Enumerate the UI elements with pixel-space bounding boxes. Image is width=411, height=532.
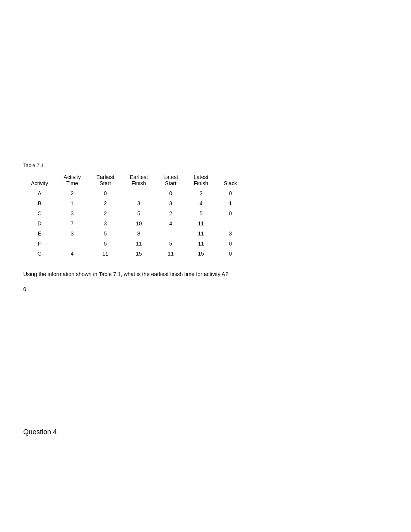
cell-time — [56, 239, 88, 249]
cell-slack — [216, 218, 245, 228]
table-row: E358113 — [23, 228, 245, 239]
cell-slack: 0 — [216, 249, 245, 259]
col-header-latest-start: LatestStart — [156, 172, 186, 188]
table-row: B123341 — [23, 198, 245, 208]
cell-latest_start: 11 — [156, 249, 186, 259]
table-row: F5115110 — [23, 239, 245, 249]
cell-latest_finish: 4 — [186, 198, 216, 208]
cell-earliest_start: 2 — [89, 198, 122, 208]
cell-activity: E — [23, 228, 56, 239]
cell-earliest_finish: 15 — [122, 249, 156, 259]
cell-activity: F — [23, 239, 56, 249]
question-text: Using the information shown in Table 7.1… — [23, 270, 388, 278]
cell-earliest_finish — [122, 188, 156, 198]
cell-time: 3 — [56, 228, 88, 239]
cell-latest_start: 5 — [156, 239, 186, 249]
cell-latest_finish: 11 — [186, 218, 216, 228]
question-footer: Question 4 — [23, 424, 388, 436]
cell-latest_finish: 11 — [186, 228, 216, 239]
cell-earliest_finish: 3 — [122, 198, 156, 208]
answer-text: 0 — [23, 286, 388, 292]
col-header-activity: Activity — [23, 172, 56, 188]
table-row: A20020 — [23, 188, 245, 198]
cell-latest_finish: 15 — [186, 249, 216, 259]
table-row: D7310411 — [23, 218, 245, 228]
cell-earliest_finish: 10 — [122, 218, 156, 228]
cell-earliest_start: 0 — [89, 188, 122, 198]
col-header-earliest-finish: EarliestFinish — [122, 172, 156, 188]
cell-earliest_finish: 5 — [122, 208, 156, 218]
cell-earliest_start: 2 — [89, 208, 122, 218]
cell-slack: 1 — [216, 198, 245, 208]
table-row: G4111511150 — [23, 249, 245, 259]
cell-slack: 0 — [216, 188, 245, 198]
cell-activity: A — [23, 188, 56, 198]
cell-activity: D — [23, 218, 56, 228]
cell-earliest_finish: 11 — [122, 239, 156, 249]
cell-time: 1 — [56, 198, 88, 208]
table-row: C325250 — [23, 208, 245, 218]
section-divider — [23, 420, 388, 420]
table-label: Table 7.1 — [23, 162, 388, 168]
cell-earliest_start: 5 — [89, 239, 122, 249]
cell-slack: 0 — [216, 208, 245, 218]
cell-latest_finish: 5 — [186, 208, 216, 218]
cell-time: 3 — [56, 208, 88, 218]
cell-earliest_start: 11 — [89, 249, 122, 259]
cell-activity: G — [23, 249, 56, 259]
cell-time: 4 — [56, 249, 88, 259]
cell-latest_finish: 11 — [186, 239, 216, 249]
cell-slack: 0 — [216, 239, 245, 249]
col-header-activity-time: ActivityTime — [56, 172, 88, 188]
cell-latest_start: 3 — [156, 198, 186, 208]
cell-latest_start — [156, 228, 186, 239]
cell-earliest_start: 5 — [89, 228, 122, 239]
col-header-slack: Slack — [216, 172, 245, 188]
cell-time: 7 — [56, 218, 88, 228]
cell-earliest_finish: 8 — [122, 228, 156, 239]
cell-time: 2 — [56, 188, 88, 198]
col-header-latest-finish: LatestFinish — [186, 172, 216, 188]
cell-latest_start: 2 — [156, 208, 186, 218]
cell-earliest_start: 3 — [89, 218, 122, 228]
cell-latest_start: 0 — [156, 188, 186, 198]
col-header-earliest-start: EarliestStart — [89, 172, 122, 188]
cell-activity: B — [23, 198, 56, 208]
cell-activity: C — [23, 208, 56, 218]
cell-latest_start: 4 — [156, 218, 186, 228]
bottom-spacer — [23, 308, 388, 416]
top-spacer — [23, 15, 388, 162]
activity-table: Activity ActivityTime EarliestStart Earl… — [23, 172, 245, 259]
cell-slack: 3 — [216, 228, 245, 239]
cell-latest_finish: 2 — [186, 188, 216, 198]
